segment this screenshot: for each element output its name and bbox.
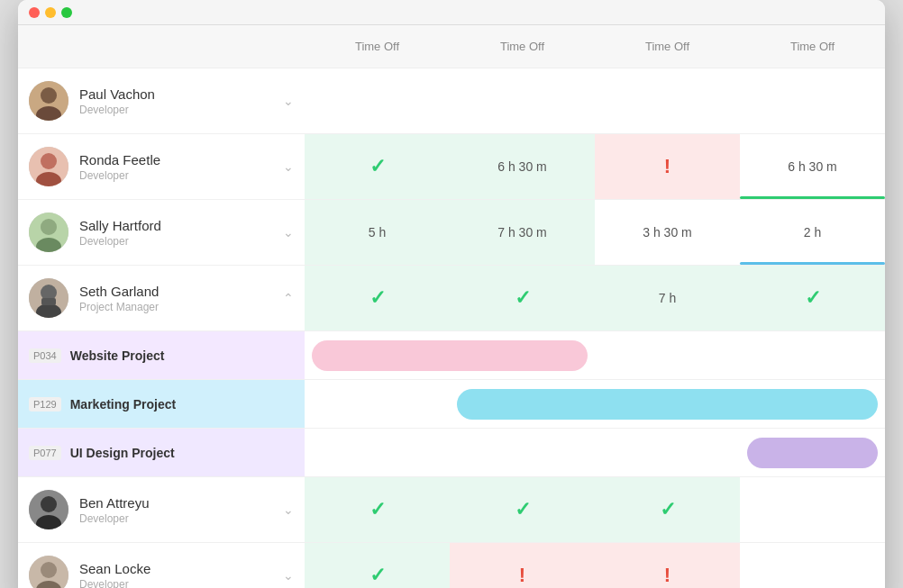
header-person-col <box>18 25 305 68</box>
chevron-ben-attreyu[interactable]: ⌄ <box>283 502 294 517</box>
project-ui-bar-cell <box>740 429 885 477</box>
cell-seth-4: ✓ <box>740 266 885 331</box>
person-role-ben-attreyu: Developer <box>79 512 276 525</box>
person-name-sean-locke: Sean Locke <box>79 561 276 576</box>
header-col-1: Time Off <box>305 25 450 68</box>
project-ui-label[interactable]: P077 UI Design Project <box>18 429 305 477</box>
project-website-bar <box>312 340 588 371</box>
project-website-empty-4 <box>740 331 885 380</box>
cell-ronda-3: ! <box>595 134 740 200</box>
chevron-seth-garland[interactable]: ⌃ <box>283 291 294 305</box>
check-icon-ben-1: ✓ <box>369 498 386 521</box>
person-paul-vachon: Paul Vachon Developer ⌄ <box>18 68 305 134</box>
project-marketing-empty-1 <box>305 380 450 429</box>
person-sean-locke: Sean Locke Developer ⌄ <box>18 543 305 588</box>
cell-sally-2: 7 h 30 m <box>450 200 595 266</box>
chevron-ronda-feetle[interactable]: ⌄ <box>283 159 294 174</box>
project-marketing-bar <box>457 389 878 420</box>
chevron-sean-locke[interactable]: ⌄ <box>283 568 294 583</box>
svg-point-1 <box>41 87 57 104</box>
error-icon-sean-2: ! <box>519 564 525 587</box>
app-window: Time Off Time Off Time Off Time Off Paul… <box>18 0 885 588</box>
error-icon-ronda-3: ! <box>664 155 670 178</box>
person-name-ben-attreyu: Ben Attreyu <box>79 495 276 511</box>
cell-ben-1: ✓ <box>305 477 450 543</box>
cell-sally-4: 2 h <box>740 200 885 266</box>
cell-ben-4 <box>740 477 885 543</box>
check-icon-seth-2: ✓ <box>515 286 531 310</box>
header-col-4: Time Off <box>740 25 885 68</box>
avatar-ben-attreyu <box>29 490 68 529</box>
person-role-seth-garland: Project Manager <box>79 301 276 313</box>
project-marketing-bar-cell <box>450 380 885 429</box>
cell-sean-4 <box>740 543 885 588</box>
person-info-sally-hartford: Sally Hartford Developer <box>79 218 276 248</box>
person-role-sean-locke: Developer <box>79 578 276 589</box>
project-ui-id: P077 <box>29 446 61 460</box>
avatar-paul-vachon <box>29 81 68 121</box>
person-info-sean-locke: Sean Locke Developer <box>79 561 276 589</box>
cell-paul-1 <box>305 68 450 134</box>
cell-paul-3 <box>595 68 740 134</box>
maximize-dot[interactable] <box>61 7 72 18</box>
project-website-name: Website Project <box>70 348 165 363</box>
person-name-ronda-feetle: Ronda Feetle <box>79 152 276 167</box>
minimize-dot[interactable] <box>45 7 56 18</box>
header-col-3: Time Off <box>595 25 740 68</box>
person-role-sally-hartford: Developer <box>79 235 276 248</box>
avatar-sean-locke <box>29 556 68 588</box>
cell-ben-2: ✓ <box>450 477 595 543</box>
schedule-grid: Time Off Time Off Time Off Time Off Paul… <box>18 25 885 588</box>
project-marketing-label[interactable]: P129 Marketing Project <box>18 380 305 429</box>
person-ronda-feetle: Ronda Feetle Developer ⌄ <box>18 134 305 200</box>
person-info-seth-garland: Seth Garland Project Manager <box>79 284 276 313</box>
project-website-id: P034 <box>29 348 61 363</box>
main-content: Time Off Time Off Time Off Time Off Paul… <box>18 25 885 588</box>
cell-paul-4 <box>740 68 885 134</box>
cell-ronda-2: 6 h 30 m <box>450 134 595 200</box>
project-website-label[interactable]: P034 Website Project <box>18 331 305 380</box>
svg-point-7 <box>41 219 57 235</box>
svg-rect-12 <box>41 298 56 305</box>
person-role-ronda-feetle: Developer <box>79 169 276 182</box>
person-ben-attreyu: Ben Attreyu Developer ⌄ <box>18 477 305 543</box>
project-marketing-name: Marketing Project <box>70 397 176 412</box>
person-seth-garland: Seth Garland Project Manager ⌃ <box>18 266 305 331</box>
svg-point-14 <box>41 496 57 512</box>
project-ui-bar <box>747 438 878 468</box>
project-ui-empty-3 <box>595 429 740 477</box>
project-ui-empty-2 <box>450 429 595 477</box>
project-ui-name: UI Design Project <box>70 446 175 460</box>
person-name-sally-hartford: Sally Hartford <box>79 218 276 233</box>
avatar-seth-garland <box>29 278 68 318</box>
check-icon-seth-4: ✓ <box>805 286 821 310</box>
project-ui-empty-1 <box>305 429 450 477</box>
cell-seth-3: 7 h <box>595 266 740 331</box>
error-icon-sean-3: ! <box>664 564 670 587</box>
person-info-ben-attreyu: Ben Attreyu Developer <box>79 495 276 525</box>
chevron-sally-hartford[interactable]: ⌄ <box>283 225 294 240</box>
bar-sally-4 <box>740 262 885 265</box>
cell-seth-2: ✓ <box>450 266 595 331</box>
avatar-sally-hartford <box>29 213 68 252</box>
person-name-seth-garland: Seth Garland <box>79 284 276 299</box>
person-role-paul-vachon: Developer <box>79 104 276 116</box>
cell-sean-3: ! <box>595 543 740 588</box>
cell-seth-1: ✓ <box>305 266 450 331</box>
cell-paul-2 <box>450 68 595 134</box>
bar-ronda-4 <box>740 196 885 199</box>
header-col-2: Time Off <box>450 25 595 68</box>
cell-ronda-4-value: 6 h 30 m <box>788 159 836 174</box>
person-info-ronda-feetle: Ronda Feetle Developer <box>79 152 276 182</box>
person-sally-hartford: Sally Hartford Developer ⌄ <box>18 200 305 266</box>
cell-ronda-4: 6 h 30 m <box>740 134 885 200</box>
cell-sean-2: ! <box>450 543 595 588</box>
chevron-paul-vachon[interactable]: ⌄ <box>283 94 294 108</box>
check-icon-ben-3: ✓ <box>660 498 676 521</box>
cell-ben-3: ✓ <box>595 477 740 543</box>
cell-sally-4-value: 2 h <box>804 225 821 240</box>
project-marketing-id: P129 <box>29 397 61 412</box>
close-dot[interactable] <box>29 7 40 18</box>
cell-sean-1: ✓ <box>305 543 450 588</box>
check-icon-ronda-1: ✓ <box>369 155 386 178</box>
